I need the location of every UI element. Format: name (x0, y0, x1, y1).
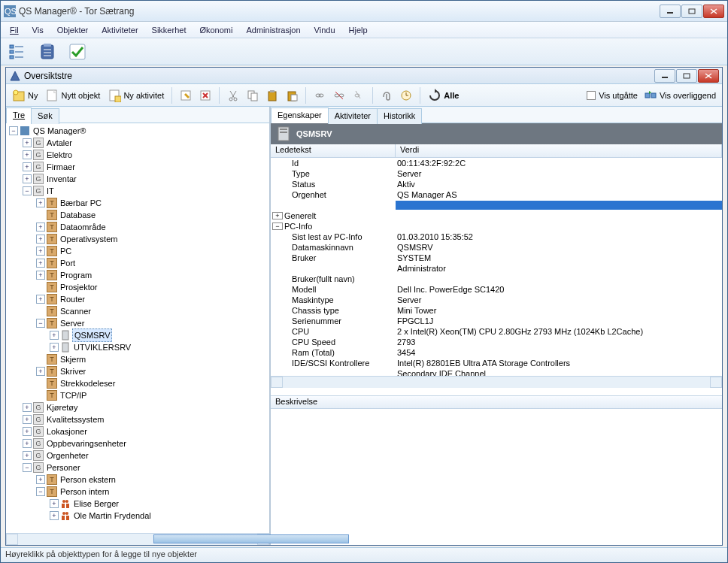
left-hscroll[interactable] (6, 533, 269, 545)
tree-label[interactable]: Person ekstern (59, 474, 117, 486)
col-label[interactable]: Ledetekst (271, 144, 396, 157)
tb-check-icon[interactable] (65, 41, 89, 62)
tree-label[interactable]: Skriver (59, 365, 87, 377)
tree-node[interactable]: +GInventar (6, 173, 269, 185)
tree-node[interactable]: TStrekkodeleser (6, 377, 269, 389)
expand-icon[interactable]: + (23, 403, 32, 412)
tree-label[interactable]: Elise Berger (72, 498, 120, 510)
itb-unlink-icon[interactable] (332, 88, 347, 103)
tree-label[interactable]: Lokasjoner (45, 425, 89, 437)
collapse-icon[interactable]: − (9, 126, 18, 135)
tree-node[interactable]: TDatabase (6, 209, 269, 221)
tree-label[interactable]: Inventar (45, 173, 78, 185)
tree-node[interactable]: TProsjektor (6, 281, 269, 293)
tree-label[interactable]: QS Manager® (32, 125, 87, 137)
itb-nytt-objekt[interactable]: Nytt objekt (44, 87, 102, 104)
tree-label[interactable]: Personer (45, 462, 82, 474)
tab-historikk[interactable]: Historikk (377, 108, 422, 124)
tree-label[interactable]: Strekkodeleser (59, 377, 117, 389)
collapse-icon[interactable]: − (36, 319, 45, 328)
tree-node[interactable]: +TRouter (6, 293, 269, 305)
tree-node[interactable]: −TPerson intern (6, 486, 269, 498)
itb-vis-overliggende[interactable]: Vis overliggend (642, 87, 717, 104)
expand-icon[interactable]: + (36, 271, 45, 280)
tree-node[interactable]: +GOppbevaringsenheter (6, 437, 269, 449)
expand-icon[interactable]: + (50, 343, 59, 352)
tree-label[interactable]: TCP/IP (59, 389, 88, 401)
tree-label[interactable]: Router (59, 293, 86, 305)
close-button[interactable] (703, 5, 724, 18)
expand-icon[interactable]: + (36, 259, 45, 268)
tree-label[interactable]: Firmaer (45, 161, 77, 173)
itb-cutlink-icon[interactable] (351, 88, 366, 103)
collapse-icon[interactable]: − (23, 186, 32, 195)
expand-icon[interactable]: + (23, 451, 32, 460)
tree-node[interactable]: TScanner (6, 305, 269, 317)
expand-icon[interactable]: + (50, 499, 59, 508)
itb-paste-icon[interactable] (265, 88, 280, 103)
tree-node[interactable]: +GElektro (6, 149, 269, 161)
expand-icon[interactable]: + (23, 174, 32, 183)
tree-node[interactable]: +TSkriver (6, 365, 269, 377)
expand-icon[interactable]: + (23, 427, 32, 436)
tree-node[interactable]: +TPerson ekstern (6, 474, 269, 486)
tree-label[interactable]: Avtaler (45, 137, 74, 149)
expand-icon[interactable]: + (23, 415, 32, 424)
prop-grid[interactable]: Id00:11:43:2F:92:2C TypeServer StatusAkt… (271, 158, 722, 376)
itb-copy-icon[interactable] (245, 88, 260, 103)
expand-icon[interactable]: + (23, 162, 32, 171)
menu-aktiviteter[interactable]: Aktiviteter (96, 24, 144, 36)
tree-node[interactable]: TTCP/IP (6, 389, 269, 401)
collapse-icon[interactable]: − (272, 222, 283, 230)
expand-icon[interactable]: + (50, 331, 59, 340)
itb-attach-icon[interactable] (379, 88, 394, 103)
tree-node[interactable]: +GAvtaler (6, 137, 269, 149)
tree-label[interactable]: Port (59, 257, 77, 269)
itb-ny-aktivitet[interactable]: Ny aktivitet (106, 87, 165, 104)
tree-node[interactable]: +QSMSRV (6, 329, 269, 341)
expand-icon[interactable]: + (36, 295, 45, 304)
prop-hscroll[interactable] (271, 376, 722, 388)
expand-icon[interactable]: + (23, 138, 32, 147)
expand-icon[interactable]: + (36, 235, 45, 244)
tree-node[interactable]: +TBærbar PC (6, 197, 269, 209)
col-value[interactable]: Verdi (396, 144, 722, 157)
inner-maximize-button[interactable] (676, 69, 697, 83)
tree-label[interactable]: Orgenheter (45, 449, 90, 462)
expand-icon[interactable]: + (36, 367, 45, 376)
itb-paste2-icon[interactable] (284, 88, 299, 103)
tree-label[interactable]: Kvalitetssystem (45, 413, 105, 425)
tree-label[interactable]: Ole Martin Frydendal (72, 510, 153, 522)
tree-label[interactable]: Kjøretøy (45, 401, 80, 413)
tree-node[interactable]: +TPC (6, 245, 269, 257)
tree-label[interactable]: Database (59, 209, 97, 221)
maximize-button[interactable] (681, 5, 702, 18)
inner-close-button[interactable] (698, 69, 719, 83)
tb-tree-icon[interactable] (5, 41, 29, 62)
tab-sok[interactable]: Søk (31, 108, 59, 124)
itb-edit-icon[interactable] (178, 88, 193, 103)
itb-link-icon[interactable] (312, 88, 327, 103)
inner-minimize-button[interactable] (654, 69, 675, 83)
itb-cut-icon[interactable] (226, 88, 241, 103)
tree-label[interactable]: UTVIKLERSRV (72, 341, 132, 353)
tree-node[interactable]: −QS Manager® (6, 125, 269, 137)
menu-okonomi[interactable]: Økonomi (193, 24, 238, 36)
tree-label[interactable]: Operativsystem (59, 233, 119, 245)
menu-fil[interactable]: Fil (4, 24, 25, 36)
tab-tre[interactable]: Tre (6, 107, 32, 123)
menu-hjelp[interactable]: Hjelp (343, 24, 374, 36)
minimize-button[interactable] (660, 5, 681, 18)
tree-label[interactable]: QSMSRV (72, 328, 112, 342)
tree-label[interactable]: Skjerm (59, 353, 87, 365)
expand-icon[interactable]: + (36, 198, 45, 207)
tree-node[interactable]: +TDataområde (6, 221, 269, 233)
expand-icon[interactable]: + (36, 475, 45, 484)
menu-objekter[interactable]: Objekter (51, 24, 95, 36)
itb-delete-icon[interactable] (198, 88, 213, 103)
tree-label[interactable]: Scanner (59, 305, 93, 317)
menu-sikkerhet[interactable]: Sikkerhet (146, 24, 193, 36)
tree-label[interactable]: Bærbar PC (59, 197, 103, 209)
tree-node[interactable]: −GPersoner (6, 462, 269, 474)
tree-node[interactable]: +Ole Martin Frydendal (6, 510, 269, 522)
